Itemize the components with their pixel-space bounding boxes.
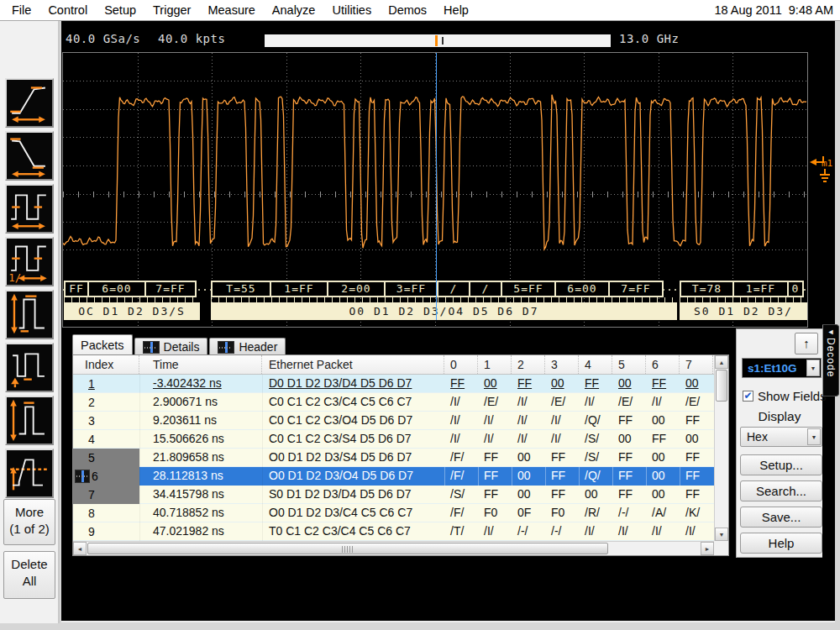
top-measure-button[interactable]	[5, 396, 54, 445]
packet-row-2[interactable]: 22.900671 nsC0 C1 C2 C3/C4 C5 C6 C7/I//E…	[73, 393, 728, 412]
bus-field-value: T=55	[211, 281, 271, 297]
column-header-4[interactable]: 4	[579, 355, 612, 374]
cell-packet: O0 D1 D2 D3/S4 D5 D6 D7	[262, 449, 444, 467]
time-reference-cursor[interactable]	[436, 53, 437, 320]
bottom-strip	[0, 623, 840, 630]
bus-segment-0: FF6=007=FFOC D1 D2 D3/S	[64, 281, 200, 320]
more-button[interactable]: More (1 of 2)	[3, 499, 55, 545]
pulse-width-measure-button[interactable]	[5, 184, 54, 234]
scroll-up-icon[interactable]: ▲	[715, 355, 728, 369]
packet-row-4[interactable]: 415.506626 nsC0 C1 C2 C3/S4 D5 D6 D7/I//…	[73, 430, 728, 449]
search-button[interactable]: Search...	[740, 480, 822, 501]
cell-byte-2: 00	[512, 467, 545, 486]
packet-row-5[interactable]: 521.809658 nsO0 D1 D2 D3/S4 D5 D6 D7/F/F…	[73, 449, 728, 467]
menu-demos[interactable]: Demos	[380, 2, 435, 18]
cell-byte-6: /I/	[646, 393, 680, 412]
bus-symbol-label: S0 D1 D2 D3/	[680, 302, 807, 320]
display-format-select[interactable]: Hex ▼	[740, 427, 822, 447]
bus-view-icon	[75, 470, 90, 483]
menu-utilities[interactable]: Utilities	[323, 2, 380, 18]
bus-field-value: /	[437, 281, 470, 297]
bus-field-value: 1=FF	[270, 281, 328, 297]
column-header-index[interactable]: Index	[73, 355, 139, 374]
cell-time: -3.402432 ns	[139, 375, 262, 393]
help-button[interactable]: Help	[740, 533, 822, 554]
delete-all-button[interactable]: Delete All	[3, 551, 55, 599]
packet-row-6[interactable]: 628.112813 nsO0 D1 D2 D3/O4 D5 D6 D7/F/F…	[73, 467, 728, 486]
vertical-scroll-thumb[interactable]	[716, 370, 727, 402]
column-header-time[interactable]: Time	[139, 355, 262, 374]
tab-header[interactable]: Header	[209, 338, 286, 355]
packet-row-8[interactable]: 840.718852 nsO0 D1 D2 D3/C4 C5 C6 C7/F/F…	[73, 504, 728, 522]
cell-byte-0: /S/	[444, 486, 478, 504]
save-button[interactable]: Save...	[740, 507, 822, 528]
menu-trigger[interactable]: Trigger	[144, 2, 199, 18]
cell-byte-2: FF	[512, 375, 545, 393]
cell-byte-6: /A/	[646, 504, 680, 522]
scroll-right-icon[interactable]: ►	[701, 542, 714, 555]
decode-source-value: s1:Et10G	[743, 362, 806, 375]
scroll-left-icon[interactable]: ◄	[73, 542, 87, 555]
vertical-scrollbar[interactable]: ▲ ▼	[714, 355, 728, 541]
column-header-1[interactable]: 1	[478, 355, 512, 374]
collapse-panel-button[interactable]: ↑	[795, 333, 818, 354]
menu-control[interactable]: Control	[39, 2, 96, 18]
column-header-0[interactable]: 0	[444, 355, 478, 374]
bandwidth-readout: 13.0 GHz	[619, 32, 679, 45]
cell-byte-1: FF	[478, 449, 512, 467]
marker-m1-icon: m1	[807, 153, 836, 190]
decode-source-select[interactable]: s1:Et10G ▼	[742, 358, 822, 378]
column-header-5[interactable]: 5	[612, 355, 646, 374]
column-header-3[interactable]: 3	[545, 355, 579, 374]
pulse-width-icon	[7, 186, 50, 230]
average-measure-button[interactable]	[5, 449, 54, 498]
cell-byte-0: /I/	[444, 412, 478, 430]
tab-details[interactable]: Details	[134, 338, 208, 355]
scroll-down-icon[interactable]: ▼	[715, 528, 728, 541]
column-header-2[interactable]: 2	[512, 355, 545, 374]
cell-byte-3: 00	[545, 375, 579, 393]
bus-field-value: 2=00	[327, 281, 386, 297]
column-header-6[interactable]: 6	[646, 355, 680, 374]
fall-time-measure-button[interactable]	[5, 131, 54, 181]
cell-index: 3	[73, 412, 139, 430]
cell-byte-1: FF	[478, 486, 512, 504]
frequency-measure-button[interactable]: 1/	[5, 237, 54, 286]
column-header-ethernet-packet[interactable]: Ethernet Packet	[262, 355, 444, 374]
bus-field-value: FF	[64, 281, 89, 297]
packet-row-7[interactable]: 734.415798 nsS0 D1 D2 D3/D4 D5 D6 D7/S/F…	[73, 486, 728, 504]
tab-packets[interactable]: Packets	[72, 334, 133, 355]
horizontal-scroll-thumb[interactable]	[87, 543, 608, 554]
cell-index: 2	[73, 393, 139, 412]
cell-time: 21.809658 ns	[139, 449, 262, 467]
menu-analyze[interactable]: Analyze	[264, 2, 324, 18]
menu-bar: FileControlSetupTriggerMeasureAnalyzeUti…	[0, 0, 840, 21]
decode-side-tab[interactable]: ◄ Decode	[822, 324, 839, 396]
marker-m1[interactable]: m1	[807, 153, 836, 190]
bus-field-value: 0	[787, 281, 804, 297]
slider-thumb[interactable]	[442, 37, 444, 45]
amplitude-measure-button[interactable]	[5, 290, 54, 339]
base-icon	[7, 344, 50, 389]
menu-setup[interactable]: Setup	[96, 2, 144, 18]
rise-time-measure-button[interactable]	[5, 78, 54, 128]
cell-byte-1: /E/	[478, 393, 512, 412]
horizontal-position-slider[interactable]	[265, 34, 611, 47]
base-measure-button[interactable]	[5, 343, 54, 392]
horizontal-scrollbar[interactable]: ◄ ►	[73, 541, 714, 555]
up-arrow-icon: ↑	[803, 336, 810, 350]
packet-row-9[interactable]: 947.021982 nsT0 C1 C2 C3/C4 C5 C6 C7/T//…	[73, 522, 728, 541]
bus-field-value: 6=00	[554, 281, 610, 297]
menu-file[interactable]: File	[3, 2, 39, 18]
cell-byte-6: 00	[646, 449, 680, 467]
cell-byte-3: /E/	[545, 393, 579, 412]
menu-help[interactable]: Help	[435, 2, 477, 18]
packet-row-3[interactable]: 39.203611 nsC0 C1 C2 C3/O4 D5 D6 D7/I//I…	[73, 412, 728, 430]
setup-button[interactable]: Setup...	[740, 454, 822, 475]
top-icon	[7, 397, 50, 442]
show-fields-checkbox[interactable]: ✔	[743, 391, 753, 402]
menu-measure[interactable]: Measure	[199, 2, 263, 18]
delete-all-label-2: All	[4, 573, 55, 590]
column-header-7[interactable]: 7	[680, 355, 713, 374]
packet-row-1[interactable]: 1-3.402432 nsD0 D1 D2 D3/D4 D5 D6 D7FF00…	[73, 375, 728, 393]
